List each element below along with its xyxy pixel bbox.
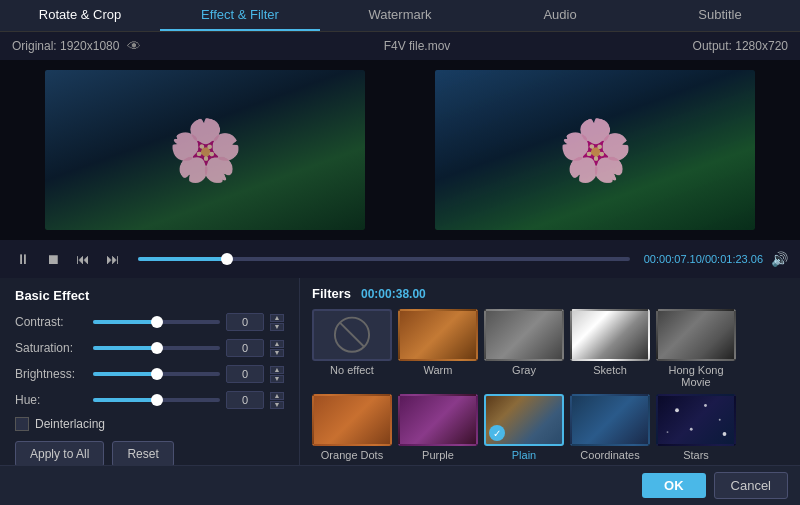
brightness-up[interactable]: ▲ — [270, 366, 284, 374]
right-panel: Filters 00:00:38.00 No effect Warm — [300, 278, 800, 465]
brightness-handle[interactable] — [151, 368, 163, 380]
filter-thumb-warm — [398, 309, 478, 361]
file-label: F4V file.mov — [384, 39, 451, 53]
filter-thumb-coordinates — [570, 394, 650, 446]
stop-button[interactable]: ⏹ — [42, 249, 64, 269]
timeline[interactable] — [138, 257, 630, 261]
contrast-handle[interactable] — [151, 316, 163, 328]
info-bar: Original: 1920x1080 👁 F4V file.mov Outpu… — [0, 32, 800, 60]
next-button[interactable]: ⏭ — [102, 249, 124, 269]
contrast-input[interactable] — [226, 313, 264, 331]
hue-slider[interactable] — [93, 398, 220, 402]
saturation-row: Saturation: ▲ ▼ — [15, 339, 284, 357]
tab-effect-filter[interactable]: Effect & Filter — [160, 0, 320, 31]
filter-gray[interactable]: Gray — [484, 309, 564, 388]
filter-no-effect[interactable]: No effect — [312, 309, 392, 388]
filter-plain[interactable]: ✓ Plain — [484, 394, 564, 461]
saturation-fill — [93, 346, 157, 350]
filter-thumb-gray — [484, 309, 564, 361]
brightness-slider[interactable] — [93, 372, 220, 376]
svg-point-3 — [704, 404, 707, 407]
hue-label: Hue: — [15, 393, 87, 407]
tab-audio[interactable]: Audio — [480, 0, 640, 31]
tab-watermark[interactable]: Watermark — [320, 0, 480, 31]
prev-button[interactable]: ⏮ — [72, 249, 94, 269]
hue-handle[interactable] — [151, 394, 163, 406]
filter-label-stars: Stars — [683, 449, 709, 461]
filters-title: Filters — [312, 286, 351, 301]
brightness-spinner: ▲ ▼ — [270, 366, 284, 383]
filter-label-purple: Purple — [422, 449, 454, 461]
filter-label-no-effect: No effect — [330, 364, 374, 376]
eye-icon[interactable]: 👁 — [127, 38, 141, 54]
filter-thumb-plain: ✓ — [484, 394, 564, 446]
deinterlacing-row: Deinterlacing — [15, 417, 284, 431]
hue-input[interactable] — [226, 391, 264, 409]
contrast-label: Contrast: — [15, 315, 87, 329]
svg-point-4 — [719, 419, 721, 421]
hue-row: Hue: ▲ ▼ — [15, 391, 284, 409]
pause-button[interactable]: ⏸ — [12, 249, 34, 269]
output-size-label: Output: 1280x720 — [693, 39, 788, 53]
filter-label-sketch: Sketch — [593, 364, 627, 376]
contrast-down[interactable]: ▼ — [270, 323, 284, 331]
video-preview-output — [435, 70, 755, 230]
filter-hong-kong-movie[interactable]: Hong Kong Movie — [656, 309, 736, 388]
filter-label-gray: Gray — [512, 364, 536, 376]
filter-label-orangedots: Orange Dots — [321, 449, 383, 461]
saturation-input[interactable] — [226, 339, 264, 357]
main-content: Basic Effect Contrast: ▲ ▼ Saturation: — [0, 278, 800, 465]
filter-selected-check: ✓ — [489, 425, 505, 441]
hue-up[interactable]: ▲ — [270, 392, 284, 400]
hue-down[interactable]: ▼ — [270, 401, 284, 409]
deinterlacing-checkbox[interactable] — [15, 417, 29, 431]
hue-fill — [93, 398, 157, 402]
saturation-handle[interactable] — [151, 342, 163, 354]
svg-point-2 — [675, 408, 679, 412]
volume-icon[interactable]: 🔊 — [771, 251, 788, 267]
basic-effect-title: Basic Effect — [15, 288, 284, 303]
time-display: 00:00:07.10/00:01:23.06 — [644, 253, 763, 265]
filter-coordinates[interactable]: Coordinates — [570, 394, 650, 461]
original-size-label: Original: 1920x1080 — [12, 39, 119, 53]
saturation-label: Saturation: — [15, 341, 87, 355]
brightness-label: Brightness: — [15, 367, 87, 381]
saturation-up[interactable]: ▲ — [270, 340, 284, 348]
filter-warm[interactable]: Warm — [398, 309, 478, 388]
filter-thumb-hkmovie — [656, 309, 736, 361]
filter-stars[interactable]: Stars — [656, 394, 736, 461]
filters-grid: No effect Warm Gray Sketch Hong Kong Mov… — [312, 309, 788, 461]
timeline-handle[interactable] — [221, 253, 233, 265]
apply-to-all-button[interactable]: Apply to All — [15, 441, 104, 465]
tab-subtitle[interactable]: Subtitle — [640, 0, 800, 31]
ok-button[interactable]: OK — [642, 473, 706, 498]
saturation-slider[interactable] — [93, 346, 220, 350]
svg-point-5 — [690, 428, 693, 431]
contrast-fill — [93, 320, 157, 324]
preview-area — [0, 60, 800, 240]
filter-orange-dots[interactable]: Orange Dots — [312, 394, 392, 461]
filter-purple[interactable]: Purple — [398, 394, 478, 461]
brightness-fill — [93, 372, 157, 376]
brightness-input[interactable] — [226, 365, 264, 383]
timeline-fill — [138, 257, 227, 261]
saturation-spinner: ▲ ▼ — [270, 340, 284, 357]
svg-line-1 — [340, 323, 365, 348]
saturation-down[interactable]: ▼ — [270, 349, 284, 357]
tab-rotate-crop[interactable]: Rotate & Crop — [0, 0, 160, 31]
filter-thumb-sketch — [570, 309, 650, 361]
filter-thumb-orangedots — [312, 394, 392, 446]
reset-button[interactable]: Reset — [112, 441, 173, 465]
tab-bar: Rotate & Crop Effect & Filter Watermark … — [0, 0, 800, 32]
contrast-up[interactable]: ▲ — [270, 314, 284, 322]
cancel-button[interactable]: Cancel — [714, 472, 788, 499]
filter-label-hkmovie: Hong Kong Movie — [656, 364, 736, 388]
filter-sketch[interactable]: Sketch — [570, 309, 650, 388]
brightness-down[interactable]: ▼ — [270, 375, 284, 383]
left-panel: Basic Effect Contrast: ▲ ▼ Saturation: — [0, 278, 300, 465]
contrast-slider[interactable] — [93, 320, 220, 324]
bottom-bar: OK Cancel — [0, 465, 800, 505]
svg-point-6 — [667, 431, 669, 433]
filter-thumb-no-effect — [312, 309, 392, 361]
filters-header: Filters 00:00:38.00 — [312, 286, 788, 301]
